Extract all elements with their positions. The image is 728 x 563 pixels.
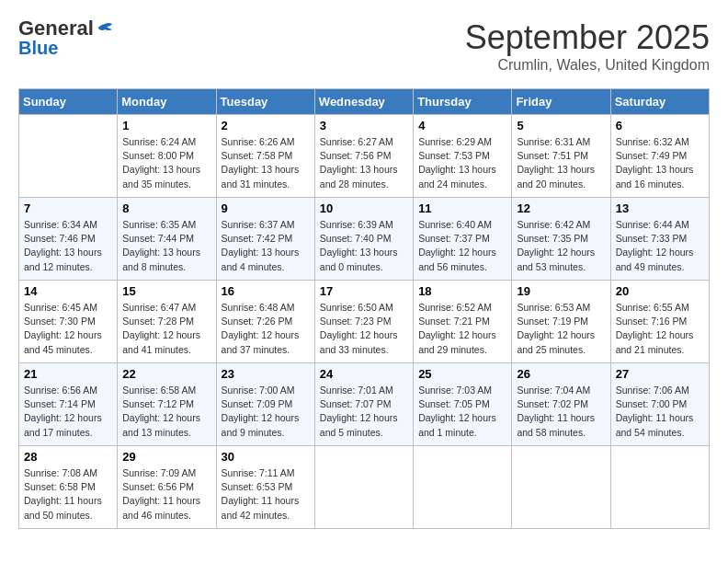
calendar-cell: 25Sunrise: 7:03 AMSunset: 7:05 PMDayligh… — [414, 363, 512, 446]
day-info: Sunrise: 6:56 AMSunset: 7:14 PMDaylight:… — [24, 384, 112, 440]
calendar-cell: 20Sunrise: 6:55 AMSunset: 7:16 PMDayligh… — [610, 281, 709, 363]
calendar-week-row: 21Sunrise: 6:56 AMSunset: 7:14 PMDayligh… — [19, 363, 710, 446]
calendar-cell: 22Sunrise: 6:58 AMSunset: 7:12 PMDayligh… — [118, 363, 216, 446]
day-info: Sunrise: 6:35 AMSunset: 7:44 PMDaylight:… — [122, 218, 210, 274]
day-number: 23 — [222, 367, 310, 381]
day-info: Sunrise: 6:53 AMSunset: 7:19 PMDaylight:… — [517, 301, 605, 357]
day-info: Sunrise: 7:08 AMSunset: 6:58 PMDaylight:… — [24, 466, 112, 523]
day-info: Sunrise: 7:01 AMSunset: 7:07 PMDaylight:… — [320, 384, 408, 440]
calendar-cell: 1Sunrise: 6:24 AMSunset: 8:00 PMDaylight… — [118, 115, 216, 198]
day-info: Sunrise: 6:42 AMSunset: 7:35 PMDaylight:… — [517, 218, 605, 274]
logo-text: General — [18, 18, 114, 39]
calendar-cell: 18Sunrise: 6:52 AMSunset: 7:21 PMDayligh… — [414, 281, 512, 363]
day-number: 29 — [122, 450, 210, 464]
day-info: Sunrise: 6:45 AMSunset: 7:30 PMDaylight:… — [24, 301, 112, 357]
calendar-cell: 7Sunrise: 6:34 AMSunset: 7:46 PMDaylight… — [19, 198, 118, 281]
day-info: Sunrise: 7:06 AMSunset: 7:00 PMDaylight:… — [616, 384, 704, 440]
day-info: Sunrise: 6:44 AMSunset: 7:33 PMDaylight:… — [616, 218, 704, 274]
calendar-cell: 9Sunrise: 6:37 AMSunset: 7:42 PMDaylight… — [216, 198, 314, 281]
day-info: Sunrise: 7:03 AMSunset: 7:05 PMDaylight:… — [418, 384, 506, 440]
day-number: 19 — [517, 284, 605, 298]
calendar-header: SundayMondayTuesdayWednesdayThursdayFrid… — [19, 89, 710, 115]
calendar-cell: 13Sunrise: 6:44 AMSunset: 7:33 PMDayligh… — [610, 198, 709, 281]
day-header-saturday: Saturday — [610, 89, 709, 115]
calendar-cell: 27Sunrise: 7:06 AMSunset: 7:00 PMDayligh… — [610, 363, 709, 446]
logo: General Blue — [18, 18, 114, 58]
calendar-cell: 30Sunrise: 7:11 AMSunset: 6:53 PMDayligh… — [216, 446, 314, 529]
day-number: 27 — [616, 367, 704, 381]
day-number: 24 — [320, 367, 408, 381]
calendar-cell — [414, 446, 512, 529]
day-number: 10 — [320, 201, 408, 215]
calendar-cell: 19Sunrise: 6:53 AMSunset: 7:19 PMDayligh… — [512, 281, 610, 363]
calendar-cell: 11Sunrise: 6:40 AMSunset: 7:37 PMDayligh… — [414, 198, 512, 281]
day-info: Sunrise: 6:48 AMSunset: 7:26 PMDaylight:… — [222, 301, 310, 357]
calendar-week-row: 7Sunrise: 6:34 AMSunset: 7:46 PMDaylight… — [19, 198, 710, 281]
day-number: 4 — [418, 119, 506, 132]
calendar-cell: 23Sunrise: 7:00 AMSunset: 7:09 PMDayligh… — [216, 363, 314, 446]
calendar-week-row: 14Sunrise: 6:45 AMSunset: 7:30 PMDayligh… — [19, 281, 710, 363]
day-number: 21 — [24, 367, 112, 381]
day-number: 3 — [320, 119, 408, 132]
day-number: 5 — [517, 119, 605, 132]
calendar-cell — [314, 446, 413, 529]
calendar-cell: 8Sunrise: 6:35 AMSunset: 7:44 PMDaylight… — [118, 198, 216, 281]
day-number: 8 — [122, 201, 210, 215]
day-number: 1 — [122, 119, 210, 132]
day-info: Sunrise: 6:58 AMSunset: 7:12 PMDaylight:… — [122, 384, 210, 440]
calendar-cell: 28Sunrise: 7:08 AMSunset: 6:58 PMDayligh… — [19, 446, 118, 529]
day-info: Sunrise: 6:50 AMSunset: 7:23 PMDaylight:… — [320, 301, 408, 357]
day-number: 28 — [24, 450, 112, 464]
calendar-cell — [19, 115, 118, 198]
day-number: 2 — [222, 119, 310, 132]
location-subtitle: Crumlin, Wales, United Kingdom — [465, 57, 710, 74]
day-info: Sunrise: 6:32 AMSunset: 7:49 PMDaylight:… — [616, 135, 704, 191]
day-header-thursday: Thursday — [414, 89, 512, 115]
day-number: 13 — [616, 201, 704, 215]
day-number: 9 — [222, 201, 310, 215]
day-info: Sunrise: 6:26 AMSunset: 7:58 PMDaylight:… — [222, 135, 310, 191]
header-row: SundayMondayTuesdayWednesdayThursdayFrid… — [19, 89, 710, 115]
day-info: Sunrise: 7:11 AMSunset: 6:53 PMDaylight:… — [222, 466, 310, 523]
calendar-cell: 2Sunrise: 6:26 AMSunset: 7:58 PMDaylight… — [216, 115, 314, 198]
day-number: 17 — [320, 284, 408, 298]
day-header-sunday: Sunday — [19, 89, 118, 115]
day-info: Sunrise: 6:27 AMSunset: 7:56 PMDaylight:… — [320, 135, 408, 191]
day-header-tuesday: Tuesday — [216, 89, 314, 115]
calendar-cell: 26Sunrise: 7:04 AMSunset: 7:02 PMDayligh… — [512, 363, 610, 446]
logo-bird-icon — [96, 22, 114, 37]
day-info: Sunrise: 6:29 AMSunset: 7:53 PMDaylight:… — [418, 135, 506, 191]
calendar-body: 1Sunrise: 6:24 AMSunset: 8:00 PMDaylight… — [19, 115, 710, 529]
calendar-cell: 3Sunrise: 6:27 AMSunset: 7:56 PMDaylight… — [314, 115, 413, 198]
day-info: Sunrise: 6:34 AMSunset: 7:46 PMDaylight:… — [24, 218, 112, 274]
calendar-cell: 6Sunrise: 6:32 AMSunset: 7:49 PMDaylight… — [610, 115, 709, 198]
day-number: 25 — [418, 367, 506, 381]
calendar-cell — [610, 446, 709, 529]
calendar-table: SundayMondayTuesdayWednesdayThursdayFrid… — [18, 88, 710, 529]
calendar-cell: 10Sunrise: 6:39 AMSunset: 7:40 PMDayligh… — [314, 198, 413, 281]
calendar-cell: 24Sunrise: 7:01 AMSunset: 7:07 PMDayligh… — [314, 363, 413, 446]
calendar-week-row: 28Sunrise: 7:08 AMSunset: 6:58 PMDayligh… — [19, 446, 710, 529]
day-info: Sunrise: 6:37 AMSunset: 7:42 PMDaylight:… — [222, 218, 310, 274]
day-info: Sunrise: 7:00 AMSunset: 7:09 PMDaylight:… — [222, 384, 310, 440]
day-info: Sunrise: 6:24 AMSunset: 8:00 PMDaylight:… — [122, 135, 210, 191]
day-number: 30 — [222, 450, 310, 464]
day-info: Sunrise: 6:40 AMSunset: 7:37 PMDaylight:… — [418, 218, 506, 274]
calendar-week-row: 1Sunrise: 6:24 AMSunset: 8:00 PMDaylight… — [19, 115, 710, 198]
day-info: Sunrise: 6:55 AMSunset: 7:16 PMDaylight:… — [616, 301, 704, 357]
calendar-cell: 29Sunrise: 7:09 AMSunset: 6:56 PMDayligh… — [118, 446, 216, 529]
day-number: 7 — [24, 201, 112, 215]
day-info: Sunrise: 6:31 AMSunset: 7:51 PMDaylight:… — [517, 135, 605, 191]
page-header: General Blue September 2025 Crumlin, Wal… — [18, 18, 710, 74]
day-header-monday: Monday — [118, 89, 216, 115]
calendar-cell: 17Sunrise: 6:50 AMSunset: 7:23 PMDayligh… — [314, 281, 413, 363]
day-number: 22 — [122, 367, 210, 381]
day-number: 26 — [517, 367, 605, 381]
day-number: 15 — [122, 284, 210, 298]
day-number: 12 — [517, 201, 605, 215]
day-number: 11 — [418, 201, 506, 215]
day-info: Sunrise: 6:47 AMSunset: 7:28 PMDaylight:… — [122, 301, 210, 357]
day-info: Sunrise: 6:39 AMSunset: 7:40 PMDaylight:… — [320, 218, 408, 274]
calendar-cell: 12Sunrise: 6:42 AMSunset: 7:35 PMDayligh… — [512, 198, 610, 281]
calendar-cell: 5Sunrise: 6:31 AMSunset: 7:51 PMDaylight… — [512, 115, 610, 198]
